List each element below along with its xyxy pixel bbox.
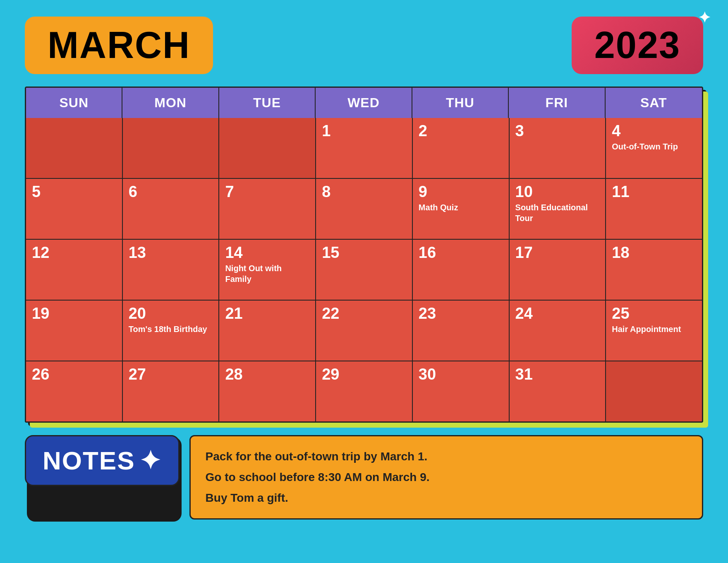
day-header-sun: SUN (26, 88, 122, 118)
calendar-grid: 1 2 3 4 Out-of-Town Trip 5 6 (26, 118, 702, 421)
page-wrapper: MARCH 2023 ✦ SUN MON TUE WED THU FRI SAT (0, 0, 728, 563)
day-header-sat: SAT (606, 88, 702, 118)
day-cell-17: 17 (510, 240, 606, 300)
day-cell-empty-last (606, 361, 702, 421)
day-cell-15: 15 (316, 240, 412, 300)
note-item-2: Go to school before 8:30 AM on March 9. (206, 469, 687, 486)
day-cell-21: 21 (219, 301, 315, 361)
year-title: 2023 (594, 24, 680, 66)
month-badge: MARCH (25, 17, 213, 74)
day-cell-26: 26 (26, 361, 122, 421)
day-cell-12: 12 (26, 240, 122, 300)
day-cell-28: 28 (219, 361, 315, 421)
day-cell-25: 25 Hair Appointment (606, 301, 702, 361)
day-cell-9: 9 Math Quiz (413, 179, 509, 239)
note-item-1: Pack for the out-of-town trip by March 1… (206, 448, 687, 465)
day-header-wed: WED (316, 88, 412, 118)
notes-badge: NOTES ✦ (25, 435, 180, 486)
day-cell-19: 19 (26, 301, 122, 361)
day-cell-8: 8 (316, 179, 412, 239)
month-title: MARCH (48, 24, 190, 66)
day-header-thu: THU (412, 88, 509, 118)
day-cell-empty-2 (123, 118, 219, 178)
notes-badge-wrapper: NOTES ✦ (25, 435, 180, 520)
day-cell-6: 6 (123, 179, 219, 239)
day-cell-4: 4 Out-of-Town Trip (606, 118, 702, 178)
day-cell-5: 5 (26, 179, 122, 239)
day-cell-30: 30 (413, 361, 509, 421)
day-cell-empty-3 (219, 118, 315, 178)
day-cell-10: 10 South Educational Tour (510, 179, 606, 239)
day-header-fri: FRI (509, 88, 605, 118)
notes-section: NOTES ✦ Pack for the out-of-town trip by… (25, 435, 703, 520)
day-cell-13: 13 (123, 240, 219, 300)
day-cell-11: 11 (606, 179, 702, 239)
notes-sparkle-icon: ✦ (139, 445, 162, 476)
day-cell-1: 1 (316, 118, 412, 178)
day-cell-7: 7 (219, 179, 315, 239)
day-cell-27: 27 (123, 361, 219, 421)
sparkle-icon: ✦ (698, 9, 711, 26)
day-cell-22: 22 (316, 301, 412, 361)
day-cell-14: 14 Night Out with Family (219, 240, 315, 300)
day-header-mon: MON (122, 88, 219, 118)
day-cell-31: 31 (510, 361, 606, 421)
note-item-3: Buy Tom a gift. (206, 489, 687, 507)
day-cell-24: 24 (510, 301, 606, 361)
calendar: SUN MON TUE WED THU FRI SAT 1 2 (25, 87, 703, 423)
year-badge: 2023 (572, 17, 703, 74)
day-cell-18: 18 (606, 240, 702, 300)
day-cell-20: 20 Tom's 18th Birthday (123, 301, 219, 361)
day-cell-16: 16 (413, 240, 509, 300)
weekday-header-row: SUN MON TUE WED THU FRI SAT (26, 88, 702, 118)
day-cell-empty-1 (26, 118, 122, 178)
calendar-header: MARCH 2023 ✦ (25, 17, 703, 74)
day-cell-3: 3 (510, 118, 606, 178)
day-cell-2: 2 (413, 118, 509, 178)
calendar-wrapper: SUN MON TUE WED THU FRI SAT 1 2 (25, 87, 703, 423)
day-cell-23: 23 (413, 301, 509, 361)
notes-content: Pack for the out-of-town trip by March 1… (189, 435, 703, 520)
notes-label: NOTES (43, 446, 135, 475)
day-cell-29: 29 (316, 361, 412, 421)
day-header-tue: TUE (219, 88, 316, 118)
year-badge-wrapper: 2023 ✦ (572, 17, 703, 74)
